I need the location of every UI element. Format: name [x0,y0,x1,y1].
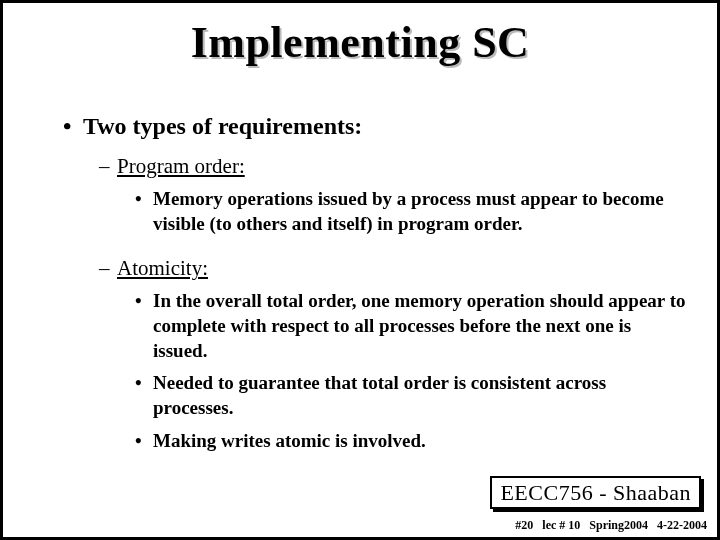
dash-icon: – [99,256,117,281]
footer-course: EECC756 - Shaaban [490,476,701,509]
slide: Implementing SC •Two types of requiremen… [0,0,720,540]
list-item: Needed to guarantee that total order is … [135,371,687,420]
section-label-text: Atomicity: [117,256,208,280]
footer-term: Spring2004 [589,518,648,532]
slide-title: Implementing SC [3,17,717,68]
footer-meta: #20 lec # 10 Spring2004 4-22-2004 [509,518,707,533]
intro-bullet: •Two types of requirements: [63,113,687,140]
slide-content: •Two types of requirements: –Program ord… [63,113,687,474]
footer-date: 4-22-2004 [657,518,707,532]
list-item: In the overall total order, one memory o… [135,289,687,363]
section-atomicity: –Atomicity: In the overall total order, … [99,256,687,453]
footer-slide-no: #20 [515,518,533,532]
section-label: –Program order: [99,154,687,179]
section-items: In the overall total order, one memory o… [135,289,687,453]
dash-icon: – [99,154,117,179]
section-label-text: Program order: [117,154,245,178]
section-label: –Atomicity: [99,256,687,281]
list-item: Making writes atomic is involved. [135,429,687,454]
footer-lec-no: lec # 10 [542,518,580,532]
section-items: Memory operations issued by a process mu… [135,187,687,236]
list-item: Memory operations issued by a process mu… [135,187,687,236]
section-program-order: –Program order: Memory operations issued… [99,154,687,236]
intro-text: Two types of requirements: [83,113,362,139]
bullet-icon: • [63,113,83,140]
